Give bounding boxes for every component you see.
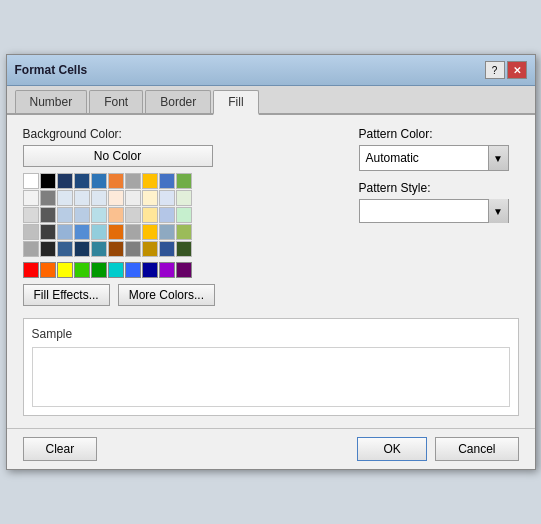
more-colors-button[interactable]: More Colors... bbox=[118, 284, 215, 306]
color-row-5 bbox=[23, 241, 339, 257]
color-cell[interactable] bbox=[125, 224, 141, 240]
background-color-label: Background Color: bbox=[23, 127, 339, 141]
color-cell[interactable] bbox=[91, 190, 107, 206]
color-cell[interactable] bbox=[108, 224, 124, 240]
color-cell[interactable] bbox=[91, 241, 107, 257]
color-row-6 bbox=[23, 262, 339, 278]
color-cell[interactable] bbox=[176, 190, 192, 206]
color-cell[interactable] bbox=[91, 262, 107, 278]
pattern-style-value bbox=[360, 209, 488, 213]
color-cell[interactable] bbox=[108, 262, 124, 278]
ok-button[interactable]: OK bbox=[357, 437, 427, 461]
color-cell[interactable] bbox=[125, 173, 141, 189]
color-cell[interactable] bbox=[125, 207, 141, 223]
color-cell[interactable] bbox=[40, 262, 56, 278]
color-cell[interactable] bbox=[57, 224, 73, 240]
color-cell[interactable] bbox=[40, 173, 56, 189]
tab-fill[interactable]: Fill bbox=[213, 90, 258, 115]
color-cell[interactable] bbox=[125, 262, 141, 278]
no-color-button[interactable]: No Color bbox=[23, 145, 213, 167]
pattern-style-arrow[interactable]: ▼ bbox=[488, 199, 508, 223]
dialog-body: Background Color: No Color bbox=[7, 115, 535, 428]
color-cell[interactable] bbox=[40, 207, 56, 223]
pattern-color-value: Automatic bbox=[360, 146, 488, 170]
pattern-color-dropdown[interactable]: Automatic ▼ bbox=[359, 145, 509, 171]
color-cell[interactable] bbox=[142, 207, 158, 223]
tab-font[interactable]: Font bbox=[89, 90, 143, 113]
color-cell[interactable] bbox=[142, 262, 158, 278]
color-cell[interactable] bbox=[74, 173, 90, 189]
help-button[interactable]: ? bbox=[485, 61, 505, 79]
color-cell[interactable] bbox=[176, 207, 192, 223]
color-cell[interactable] bbox=[91, 207, 107, 223]
color-cell[interactable] bbox=[176, 173, 192, 189]
color-cell[interactable] bbox=[108, 173, 124, 189]
color-cell[interactable] bbox=[159, 224, 175, 240]
color-row-2 bbox=[23, 190, 339, 206]
action-buttons: Fill Effects... More Colors... bbox=[23, 284, 339, 306]
pattern-style-dropdown[interactable]: ▼ bbox=[359, 199, 509, 223]
tab-bar: Number Font Border Fill bbox=[7, 86, 535, 115]
color-cell[interactable] bbox=[125, 241, 141, 257]
color-cell[interactable] bbox=[108, 190, 124, 206]
title-bar-buttons: ? ✕ bbox=[485, 61, 527, 79]
color-cell[interactable] bbox=[91, 173, 107, 189]
color-cell[interactable] bbox=[23, 262, 39, 278]
main-content: Background Color: No Color bbox=[23, 127, 519, 306]
color-grid bbox=[23, 173, 339, 278]
color-cell[interactable] bbox=[142, 190, 158, 206]
color-cell[interactable] bbox=[23, 190, 39, 206]
color-cell[interactable] bbox=[40, 224, 56, 240]
color-cell[interactable] bbox=[159, 262, 175, 278]
dialog-title: Format Cells bbox=[15, 63, 88, 77]
pattern-color-label: Pattern Color: bbox=[359, 127, 519, 141]
color-cell[interactable] bbox=[74, 224, 90, 240]
color-cell[interactable] bbox=[142, 241, 158, 257]
clear-button[interactable]: Clear bbox=[23, 437, 98, 461]
color-cell[interactable] bbox=[108, 207, 124, 223]
color-cell[interactable] bbox=[74, 207, 90, 223]
sample-section: Sample bbox=[23, 318, 519, 416]
color-cell[interactable] bbox=[159, 207, 175, 223]
sample-label: Sample bbox=[32, 327, 510, 341]
color-cell[interactable] bbox=[176, 241, 192, 257]
color-cell[interactable] bbox=[159, 190, 175, 206]
color-cell[interactable] bbox=[142, 173, 158, 189]
color-cell[interactable] bbox=[23, 241, 39, 257]
color-cell[interactable] bbox=[91, 224, 107, 240]
color-cell[interactable] bbox=[159, 173, 175, 189]
right-column: Pattern Color: Automatic ▼ Pattern Style… bbox=[359, 127, 519, 306]
left-column: Background Color: No Color bbox=[23, 127, 339, 306]
color-row-4 bbox=[23, 224, 339, 240]
dialog-footer: Clear OK Cancel bbox=[7, 429, 535, 469]
color-cell[interactable] bbox=[176, 224, 192, 240]
color-cell[interactable] bbox=[23, 207, 39, 223]
color-cell[interactable] bbox=[40, 241, 56, 257]
color-cell[interactable] bbox=[159, 241, 175, 257]
color-cell[interactable] bbox=[57, 173, 73, 189]
fill-effects-button[interactable]: Fill Effects... bbox=[23, 284, 110, 306]
color-cell[interactable] bbox=[74, 190, 90, 206]
close-button[interactable]: ✕ bbox=[507, 61, 527, 79]
pattern-color-arrow[interactable]: ▼ bbox=[488, 146, 508, 170]
sample-box bbox=[32, 347, 510, 407]
color-cell[interactable] bbox=[74, 262, 90, 278]
color-cell[interactable] bbox=[57, 207, 73, 223]
cancel-button[interactable]: Cancel bbox=[435, 437, 518, 461]
title-bar: Format Cells ? ✕ bbox=[7, 55, 535, 86]
color-row-3 bbox=[23, 207, 339, 223]
color-cell[interactable] bbox=[108, 241, 124, 257]
color-cell[interactable] bbox=[176, 262, 192, 278]
color-cell[interactable] bbox=[57, 241, 73, 257]
color-cell[interactable] bbox=[57, 262, 73, 278]
color-cell[interactable] bbox=[23, 224, 39, 240]
color-cell[interactable] bbox=[40, 190, 56, 206]
color-cell[interactable] bbox=[142, 224, 158, 240]
tab-number[interactable]: Number bbox=[15, 90, 88, 113]
color-cell[interactable] bbox=[125, 190, 141, 206]
color-cell[interactable] bbox=[57, 190, 73, 206]
color-cell[interactable] bbox=[23, 173, 39, 189]
color-cell[interactable] bbox=[74, 241, 90, 257]
tab-border[interactable]: Border bbox=[145, 90, 211, 113]
pattern-style-label: Pattern Style: bbox=[359, 181, 519, 195]
